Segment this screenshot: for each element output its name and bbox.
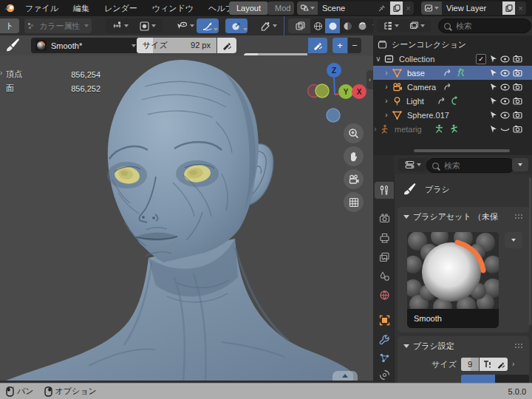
eye-icon[interactable] [500, 112, 510, 119]
render-camera-icon[interactable] [513, 125, 522, 133]
pan-hand-button[interactable] [344, 146, 364, 166]
remove-view-layer-button[interactable]: × [515, 1, 526, 15]
brush-preview-card[interactable]: Smooth [407, 232, 499, 328]
eye-icon[interactable] [500, 55, 510, 63]
tab-physics[interactable] [375, 369, 394, 381]
tab-render[interactable] [375, 210, 394, 227]
brush-tool-icon[interactable] [4, 37, 21, 55]
selectable-icon[interactable] [489, 111, 497, 119]
shading-solid-button[interactable] [325, 18, 340, 33]
tab-tool[interactable] [375, 182, 394, 199]
selectable-icon[interactable] [489, 97, 497, 105]
menu-render[interactable]: レンダー [97, 0, 145, 16]
view-layer-name-field[interactable]: View Layer [442, 1, 502, 15]
panel-grip-icon[interactable] [514, 343, 523, 348]
eye-icon[interactable] [500, 98, 510, 105]
navigation-gizmo[interactable]: Z Y X [299, 55, 373, 126]
asset-shelf-expand-button[interactable] [332, 371, 358, 381]
panel-grip-icon[interactable] [514, 214, 523, 219]
shading-rendered-button[interactable] [355, 18, 369, 33]
outliner-filter-button[interactable] [403, 19, 431, 33]
size-unit-and-pressure[interactable] [480, 358, 508, 371]
stats-collapse-arrow[interactable]: › [0, 69, 2, 77]
mode-tab-sculpt[interactable]: ト [0, 18, 19, 33]
scene-icon[interactable] [297, 1, 318, 15]
render-camera-icon[interactable] [513, 69, 522, 77]
tab-modifiers[interactable] [375, 331, 394, 348]
render-camera-icon[interactable] [513, 111, 522, 119]
shading-material-button[interactable] [340, 18, 355, 33]
size-expand-arrow[interactable]: › [512, 360, 514, 368]
properties-search[interactable] [426, 158, 515, 173]
view-layer-icon[interactable] [421, 1, 442, 15]
shading-wireframe-button[interactable] [310, 18, 325, 33]
unlink-scene-button[interactable]: × [403, 1, 414, 15]
tab-particles[interactable] [375, 349, 394, 366]
camera-view-button[interactable] [344, 169, 364, 189]
eye-icon[interactable] [500, 83, 510, 91]
render-camera-icon[interactable] [513, 97, 522, 105]
size-mode-toggle[interactable] [461, 375, 529, 383]
blender-logo-icon[interactable] [4, 2, 16, 16]
zoom-button[interactable] [344, 123, 364, 143]
light-expand-arrow[interactable]: › [383, 97, 390, 105]
ortho-grid-button[interactable] [344, 192, 364, 212]
menu-edit[interactable]: 編集 [66, 0, 97, 16]
camera-expand-arrow[interactable]: › [383, 83, 390, 91]
workspace-tab-modeling[interactable]: Mod [267, 1, 294, 15]
metarig-expand-arrow[interactable]: › [372, 125, 379, 133]
size-mode-scene[interactable] [495, 375, 529, 383]
sidebar-collapse-handle[interactable]: ‹ [366, 70, 373, 89]
selectable-icon[interactable] [489, 125, 497, 133]
auto-smooth-chevron[interactable] [214, 24, 218, 33]
overlays-toggle[interactable] [288, 18, 312, 33]
outliner-scrollbar[interactable] [414, 149, 510, 152]
outliner-row-metarig[interactable]: › metarig [373, 122, 532, 136]
brush-size-slider[interactable]: サイズ 92 px [137, 38, 216, 53]
render-camera-icon[interactable] [513, 55, 522, 63]
remove-brush-button[interactable]: − [348, 38, 361, 53]
outliner-editor-type-button[interactable] [377, 19, 405, 33]
menu-file[interactable]: ファイル [18, 0, 66, 16]
collection-expand-arrow[interactable]: ∨ [375, 55, 382, 63]
properties-scrollbar[interactable] [529, 177, 531, 325]
properties-editor-type-button[interactable] [398, 158, 428, 171]
render-camera-icon[interactable] [513, 83, 522, 91]
tab-world[interactable] [375, 287, 394, 304]
outliner-row-base[interactable]: › base [373, 66, 532, 80]
collection-checkbox[interactable]: ✓ [476, 54, 486, 64]
sphere017-expand-arrow[interactable]: › [383, 111, 390, 119]
strength-pressure-toggle[interactable] [308, 38, 327, 53]
add-brush-button[interactable]: + [332, 38, 347, 53]
outliner-row-camera[interactable]: › Camera [373, 80, 532, 94]
size-pressure-toggle[interactable] [217, 38, 236, 53]
selectable-icon[interactable] [489, 83, 497, 91]
selectable-icon[interactable] [489, 55, 497, 63]
tab-scene[interactable] [375, 267, 394, 284]
tab-object[interactable] [375, 312, 394, 329]
size-value-field[interactable]: 9 [461, 358, 479, 371]
eye-closed-icon[interactable] [500, 126, 510, 133]
symmetry-chevron[interactable] [243, 24, 248, 33]
scene-name-field[interactable]: Scene [318, 1, 390, 15]
base-expand-arrow[interactable]: › [383, 69, 390, 77]
outliner-search-input[interactable] [454, 21, 525, 31]
outliner-row-sphere017[interactable]: › Sphere.017 [373, 108, 532, 122]
properties-search-input[interactable] [443, 160, 509, 171]
brush-selector-dropdown[interactable]: Smooth* [31, 38, 140, 53]
brush-asset-menu-button[interactable] [505, 232, 522, 248]
outliner-search[interactable] [438, 18, 531, 33]
tab-output[interactable] [375, 229, 394, 246]
viewport-3d[interactable]: 頂点856,254 面856,252 › Z Y X [0, 55, 373, 381]
selectable-icon[interactable] [489, 69, 497, 77]
brush-asset-panel-header[interactable]: ブラシアセット （未保 [403, 211, 498, 222]
falloff-dropdown[interactable] [106, 18, 135, 33]
properties-options-button[interactable] [512, 158, 528, 171]
size-mode-view[interactable] [461, 375, 495, 383]
new-scene-button[interactable] [390, 1, 403, 15]
new-view-layer-button[interactable] [502, 1, 515, 15]
outliner-row-collection[interactable]: ∨ Collection ✓ [373, 52, 532, 66]
outliner-row-light[interactable]: › Light [373, 94, 532, 108]
color-attribute-button[interactable]: カラー属性 [24, 18, 92, 33]
eye-icon[interactable] [500, 69, 510, 77]
